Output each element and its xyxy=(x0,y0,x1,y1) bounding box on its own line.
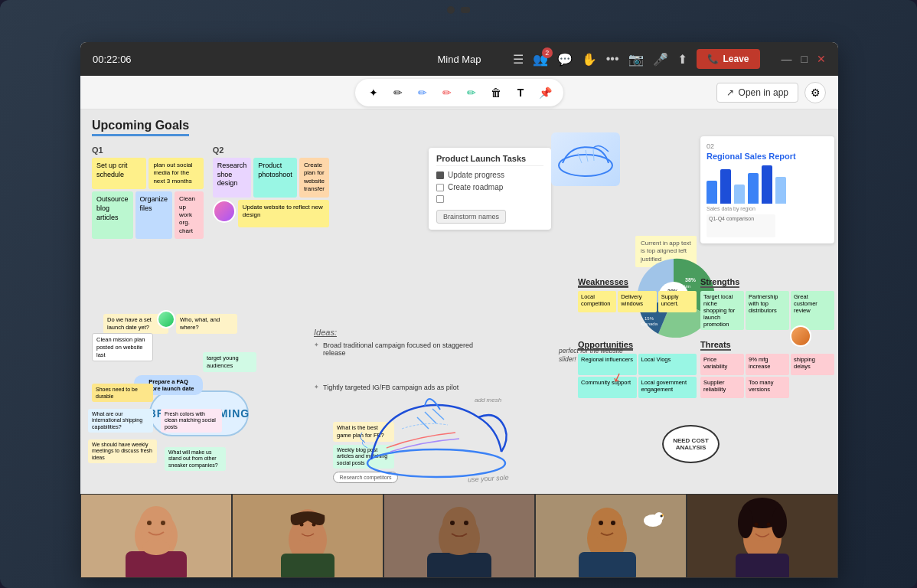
svg-point-42 xyxy=(599,521,603,525)
rs-title: Regional Sales Report xyxy=(707,152,828,161)
shoe-sketch-large: add mesh use your sole xyxy=(356,375,517,482)
svg-line-2 xyxy=(586,150,588,162)
close-button[interactable]: ✕ xyxy=(817,53,826,65)
svg-point-43 xyxy=(611,521,615,525)
title-bar-left: 00:22:06 xyxy=(93,54,132,65)
leave-button[interactable]: 📞 Leave xyxy=(697,49,760,69)
pen-tool-3[interactable]: ✏ xyxy=(436,82,458,103)
settings-button[interactable]: ⚙ xyxy=(804,82,826,103)
list-item: Local Vlogs xyxy=(638,354,697,375)
svg-rect-28 xyxy=(281,554,334,578)
list-item: Create roadmap xyxy=(436,183,543,191)
bar-item xyxy=(734,185,745,204)
open-icon: ↗ xyxy=(726,87,734,98)
q1-column: Q1 Set up crit schedule plan out social … xyxy=(92,145,204,239)
list-item: Organize files xyxy=(135,191,173,239)
svg-point-52 xyxy=(772,508,787,538)
upcoming-goals-section: Upcoming Goals Q1 Set up crit schedule p… xyxy=(92,119,329,239)
list-item: Clean mission plan posted on website las… xyxy=(92,333,153,361)
canvas-area[interactable]: Upcoming Goals Q1 Set up crit schedule p… xyxy=(80,109,838,494)
list-item: Clean up work org. chart xyxy=(175,191,204,239)
checkbox-empty-2[interactable] xyxy=(436,195,444,203)
video-participant-3 xyxy=(383,494,535,578)
threats-title: Threats xyxy=(700,340,731,351)
hand-icon[interactable]: ✋ xyxy=(582,52,597,67)
video-participant-2 xyxy=(232,494,383,578)
threats-section: Threats Price variability 9% mfg increas… xyxy=(700,337,834,398)
list-item: Delivery windows xyxy=(618,291,656,312)
svg-point-22 xyxy=(147,521,152,525)
list-item: shipping delays xyxy=(791,354,834,375)
svg-point-20 xyxy=(139,506,173,543)
svg-point-51 xyxy=(738,508,753,538)
list-item: Partnership with top distributors xyxy=(746,291,789,330)
list-item: Supply uncert. xyxy=(658,291,697,312)
title-bar: 00:22:06 Mind Map ☰ 👥 2 💬 ✋ ••• 📷 🎤 ⬆ 📞 xyxy=(80,42,838,76)
video-participant-1 xyxy=(80,494,232,578)
checkbox-empty[interactable] xyxy=(436,184,444,191)
need-analysis-note: NEED COST ANALYSIS xyxy=(662,425,720,463)
list-item: 9% mfg increase xyxy=(746,354,789,375)
more-icon[interactable]: ••• xyxy=(606,52,619,66)
brainstorm-names-button[interactable]: Brainstorm names xyxy=(436,210,506,224)
bar-item xyxy=(775,177,786,204)
list-item: What are our international shipping capa… xyxy=(88,409,153,433)
svg-rect-41 xyxy=(579,552,636,578)
window-title: Mind Map xyxy=(437,54,481,65)
goals-columns: Q1 Set up crit schedule plan out social … xyxy=(92,145,329,239)
list-item: Update website to reflect new design xyxy=(238,200,329,227)
text-tool[interactable]: T xyxy=(510,82,531,103)
svg-text:add mesh: add mesh xyxy=(475,397,502,403)
list-item: target young audiences xyxy=(203,352,256,372)
svg-rect-21 xyxy=(126,551,187,578)
open-in-app-button[interactable]: ↗ Open in app xyxy=(716,83,798,103)
people-icon[interactable]: 👥 2 xyxy=(533,52,548,67)
video-participant-5 xyxy=(687,494,838,578)
camera-icon[interactable]: 📷 xyxy=(628,52,644,67)
pen-tool-1[interactable]: ✏ xyxy=(387,82,409,103)
eraser-tool[interactable]: 🗑 xyxy=(485,82,507,103)
open-in-app-label: Open in app xyxy=(739,87,788,98)
list-item: Local government engagement xyxy=(638,377,697,398)
svg-line-3 xyxy=(593,149,594,161)
checkbox-checked[interactable] xyxy=(436,172,444,179)
maximize-button[interactable]: □ xyxy=(801,53,808,65)
regional-sales-report: 02 Regional Sales Report Sales data by r… xyxy=(700,136,834,243)
threats-notes: Price variability 9% mfg increase shippi… xyxy=(700,354,834,398)
device-frame: 00:22:06 Mind Map ☰ 👥 2 💬 ✋ ••• 📷 🎤 ⬆ 📞 xyxy=(0,0,917,588)
list-item: Community support xyxy=(578,377,637,398)
list-item: Shoes need to be durable xyxy=(92,384,153,402)
minimize-button[interactable]: — xyxy=(782,53,792,65)
person-svg-1 xyxy=(81,494,231,578)
list-item: Too many versions xyxy=(746,377,789,398)
avatar xyxy=(157,310,175,328)
list-item: Who, what, and where? xyxy=(176,314,237,334)
sticky-tool[interactable]: 📌 xyxy=(534,82,556,103)
list-icon[interactable]: ☰ xyxy=(513,52,524,67)
svg-point-24 xyxy=(142,540,170,555)
pen-tool-2[interactable]: ✏ xyxy=(412,82,433,103)
move-tool[interactable]: ✦ xyxy=(363,82,384,103)
weaknesses-title: Weaknesses xyxy=(578,277,628,288)
chat-icon[interactable]: 💬 xyxy=(557,52,573,67)
svg-point-45 xyxy=(654,512,664,521)
opportunities-section: Opportunities Regional influencers Local… xyxy=(578,337,697,398)
avatar xyxy=(790,325,811,347)
strengths-section: Strengths Target local niche shopping fo… xyxy=(700,274,834,330)
svg-point-23 xyxy=(161,521,165,525)
list-item: Product photoshoot xyxy=(253,158,297,198)
camera-dot xyxy=(447,6,455,14)
list-item: We should have weekly meetings to discus… xyxy=(88,439,157,463)
share-icon[interactable]: ⬆ xyxy=(677,52,687,67)
svg-point-54 xyxy=(755,523,759,527)
annotation-slider: perfect for the website slider! xyxy=(559,347,624,364)
pen-tool-4[interactable]: ✏ xyxy=(461,82,482,103)
camera-lens xyxy=(461,7,470,13)
bar-chart xyxy=(707,165,828,204)
svg-point-29 xyxy=(300,523,304,527)
mic-icon[interactable]: 🎤 xyxy=(653,52,668,67)
svg-point-13 xyxy=(367,449,505,477)
svg-point-40 xyxy=(591,508,623,541)
q2-notes: Research shoe design Product photoshoot … xyxy=(213,158,329,227)
rs-label: 02 xyxy=(707,142,828,150)
